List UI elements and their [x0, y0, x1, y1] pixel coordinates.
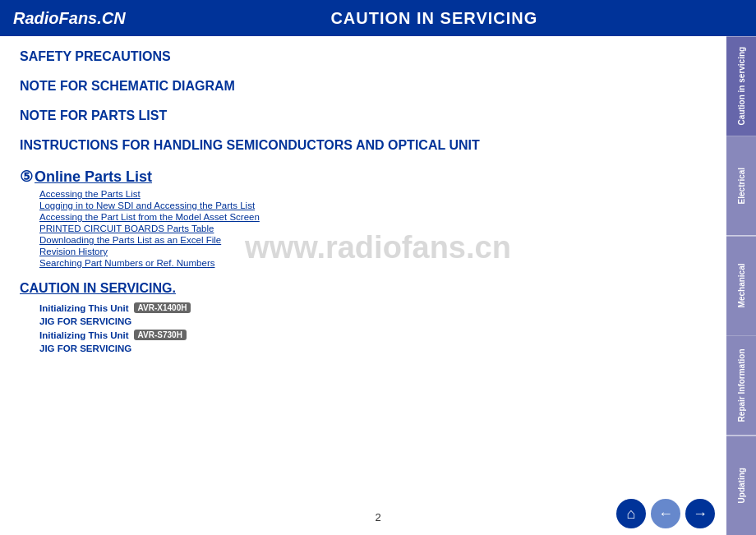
sub-link-logging[interactable]: Logging in to New SDI and Accessing the …: [39, 201, 685, 210]
nav-buttons: ⌂ ← →: [616, 499, 715, 528]
caution-heading[interactable]: CAUTION IN SERVICING.: [20, 281, 685, 296]
forward-button[interactable]: →: [685, 499, 715, 528]
caution-item-text-3[interactable]: JIG FOR SERVICING: [39, 344, 131, 353]
link-parts-note[interactable]: NOTE FOR PARTS LIST: [20, 108, 685, 123]
caution-item-0: Initializing This Unit AVR-X1400H: [39, 302, 685, 313]
caution-item-1: JIG FOR SERVICING: [39, 316, 685, 326]
online-parts-list-title[interactable]: Online Parts List: [35, 168, 152, 186]
sidebar: Caution in servicing Electrical Mechanic…: [726, 36, 756, 535]
link-semiconductors[interactable]: INSTRUCTIONS FOR HANDLING SEMICONDUCTORS…: [20, 138, 685, 153]
sub-link-pcb[interactable]: PRINTED CIRCUIT BOARDS Parts Table: [39, 224, 685, 233]
caution-item-text-2[interactable]: Initializing This Unit: [39, 330, 129, 340]
sub-link-model-asset[interactable]: Accessing the Part List from the Model A…: [39, 212, 685, 222]
caution-item-3: JIG FOR SERVICING: [39, 344, 685, 353]
sub-link-accessing[interactable]: Accessing the Parts List: [39, 189, 685, 199]
main-content: SAFETY PRECAUTIONS NOTE FOR SCHEMATIC DI…: [0, 36, 726, 370]
home-button[interactable]: ⌂: [616, 499, 646, 528]
caution-badge-0: AVR-X1400H: [134, 302, 191, 313]
sidebar-tab-repair[interactable]: Repair Information: [726, 335, 756, 435]
header-title: CAUTION IN SERVICING: [126, 9, 743, 28]
link-schematic[interactable]: NOTE FOR SCHEMATIC DIAGRAM: [20, 79, 685, 94]
online-parts-sub-links: Accessing the Parts List Logging in to N…: [39, 189, 685, 268]
caution-item-2: Initializing This Unit AVR-S730H: [39, 330, 685, 340]
section-icon: ⑤: [20, 168, 33, 186]
sub-link-excel[interactable]: Downloading the Parts List as an Excel F…: [39, 235, 685, 245]
logo: RadioFans.CN: [13, 9, 126, 28]
link-safety[interactable]: SAFETY PRECAUTIONS: [20, 49, 685, 64]
back-button[interactable]: ←: [651, 499, 680, 528]
sidebar-tab-mechanical[interactable]: Mechanical: [726, 236, 756, 335]
header: RadioFans.CN CAUTION IN SERVICING: [0, 0, 756, 36]
caution-item-text-1[interactable]: JIG FOR SERVICING: [39, 316, 131, 326]
sidebar-tab-caution[interactable]: Caution in servicing: [726, 36, 756, 136]
caution-badge-2: AVR-S730H: [134, 330, 187, 340]
online-parts-list-section: ⑤ Online Parts List: [20, 168, 685, 186]
caution-items: Initializing This Unit AVR-X1400H JIG FO…: [39, 302, 685, 353]
sub-link-revision[interactable]: Revision History: [39, 247, 685, 256]
sub-link-searching[interactable]: Searching Part Numbers or Ref. Numbers: [39, 258, 685, 268]
logo-text: RadioFans.CN: [13, 9, 126, 27]
page-number: 2: [375, 511, 380, 523]
sidebar-tab-electrical[interactable]: Electrical: [726, 136, 756, 235]
caution-item-text-0[interactable]: Initializing This Unit: [39, 303, 129, 313]
sidebar-tab-updating[interactable]: Updating: [726, 436, 756, 535]
